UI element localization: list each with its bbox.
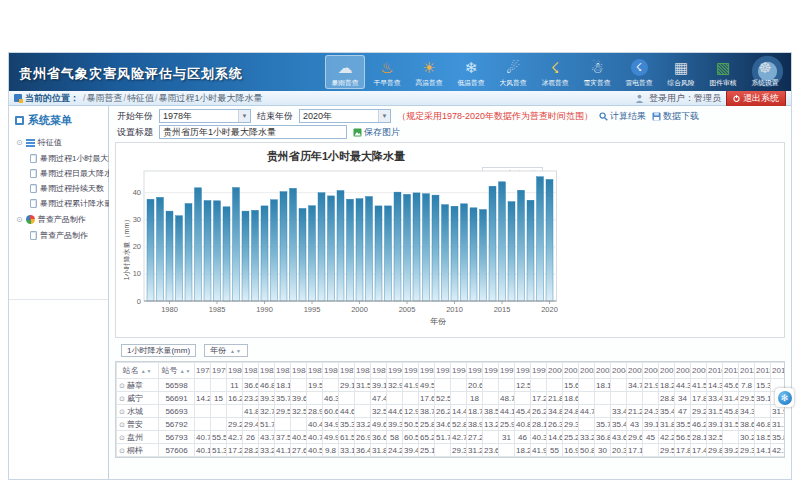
breadcrumb-segment[interactable]: 暴雨过程1小时最大降水量	[159, 93, 263, 103]
floating-widget[interactable]: ✻	[775, 388, 794, 407]
sidebar-item[interactable]: 暴雨过程持续天数	[9, 181, 108, 196]
column-header-year: 1997	[499, 363, 515, 379]
start-year-select[interactable]: 1978年▼	[159, 109, 251, 123]
value-cell	[403, 392, 419, 405]
bar-2003	[385, 206, 392, 301]
sidebar-group[interactable]: ⊙特征值	[9, 134, 108, 151]
sidebar-divider	[9, 299, 108, 300]
row-expand-icon[interactable]: ⊙	[119, 447, 125, 454]
value-cell: 31.5	[707, 405, 723, 418]
sidebar-item[interactable]: 暴雨过程1小时最大降水量	[9, 151, 108, 166]
main-toolbar: ☁暴雨普查♨干旱普查☀高温普查❄低温普查☄大风普查☇冰雹普查☃雪灾普查☇雷电普查…	[325, 55, 785, 89]
column-header-year: 2008	[675, 363, 691, 379]
sidebar-item[interactable]: 普查产品制作	[9, 228, 108, 243]
column-header-year: 1978	[195, 363, 211, 379]
value-cell: 28.8	[659, 392, 675, 405]
value-cell: 50.5	[403, 418, 419, 431]
toolbar-item-low-temp[interactable]: ❄低温普查	[451, 55, 491, 89]
sidebar-item[interactable]: 暴雨过程日最大降水量	[9, 166, 108, 181]
value-cell	[499, 379, 515, 392]
value-cell: 29.3	[451, 444, 467, 457]
toolbar-item-settings[interactable]: ☸系统设置	[745, 55, 785, 89]
toolbar-item-map-review[interactable]: ▧图件审核	[703, 55, 743, 89]
value-cell: 30	[595, 444, 611, 457]
value-cell: 29.5	[275, 405, 291, 418]
toolbar-item-drought[interactable]: ♨干旱普查	[367, 55, 407, 89]
logout-button[interactable]: 退出系统	[726, 90, 786, 107]
toolbar-item-rainstorm[interactable]: ☁暴雨普查	[325, 55, 365, 89]
value-cell: 33.2	[259, 444, 275, 457]
breadcrumb-segment[interactable]: 特征值	[127, 93, 154, 103]
collapse-icon[interactable]: ⊙	[16, 139, 23, 147]
sort-icons[interactable]: ▲▼	[141, 368, 153, 374]
value-cell: 18.2	[659, 379, 675, 392]
sort-icons[interactable]: ▲▼	[180, 368, 192, 374]
value-cell: 15	[211, 392, 227, 405]
column-header-station-id[interactable]: 站号 ▲▼	[159, 363, 195, 379]
value-cell: 19.5	[307, 379, 323, 392]
column-header-year: 1980	[227, 363, 243, 379]
value-cell	[755, 405, 771, 418]
row-expand-icon[interactable]: ⊙	[119, 408, 125, 415]
collapse-icon[interactable]: ⊙	[16, 216, 23, 224]
download-button[interactable]: 数据下载	[652, 110, 699, 123]
year-field-chip[interactable]: 年份 ▲▼	[204, 344, 248, 357]
value-cell: 55.5	[211, 431, 227, 444]
chevron-down-icon: ▼	[378, 110, 390, 122]
value-cell: 33.4	[611, 405, 627, 418]
chart-title: 贵州省历年1小时最大降水量	[116, 143, 556, 164]
document-icon	[30, 184, 37, 193]
breadcrumb-separator: /	[83, 93, 86, 103]
value-cell	[483, 392, 499, 405]
value-cell: 9.8	[323, 444, 339, 457]
value-cell	[451, 392, 467, 405]
toolbar-item-lightning[interactable]: ☇雷电普查	[619, 55, 659, 89]
row-expand-icon[interactable]: ⊙	[119, 421, 125, 428]
value-cell: 40.7	[307, 431, 323, 444]
toolbar-item-risk[interactable]: ▦综合风险	[661, 55, 701, 89]
chart-title-input[interactable]	[159, 125, 347, 139]
row-expand-icon[interactable]: ⊙	[119, 434, 125, 441]
value-cell	[499, 444, 515, 457]
value-cell: 26.9	[355, 431, 371, 444]
value-cell: 40.5	[291, 431, 307, 444]
toolbar-item-high-temp[interactable]: ☀高温普查	[409, 55, 449, 89]
save-image-button[interactable]: 保存图片	[353, 126, 400, 139]
value-cell	[227, 405, 243, 418]
toolbar-item-hail[interactable]: ☇冰雹普查	[535, 55, 575, 89]
sidebar-item[interactable]: 暴雨过程累计降水量	[9, 196, 108, 211]
query-form-row: 开始年份 1978年▼ 结束年份 2020年▼ （规定采用1978-2020年数…	[115, 108, 785, 124]
row-expand-icon[interactable]: ⊙	[119, 382, 125, 389]
y-tick-label: 20	[133, 242, 141, 251]
value-cell: 16.2	[227, 392, 243, 405]
station-id-cell: 56598	[159, 379, 195, 392]
station-id-cell: 57606	[159, 444, 195, 457]
breadcrumb-segment[interactable]: 暴雨普查	[87, 93, 123, 103]
chart-title-label: 设置标题	[117, 126, 153, 139]
value-cell	[643, 444, 659, 457]
toolbar-item-snow[interactable]: ☃雪灾普查	[577, 55, 617, 89]
value-cell: 18.2	[515, 444, 531, 457]
value-cell: 45	[643, 431, 659, 444]
value-cell: 21.2	[627, 405, 643, 418]
value-cell: 21.9	[643, 379, 659, 392]
end-year-select[interactable]: 2020年▼	[299, 109, 391, 123]
sort-icons[interactable]: ▲▼	[230, 348, 242, 354]
value-cell: 46	[515, 431, 531, 444]
column-header-year: 1986	[323, 363, 339, 379]
calculate-button[interactable]: 计算结果	[599, 110, 646, 123]
bar-1997	[328, 196, 335, 301]
bar-1978	[147, 199, 154, 301]
station-name-cell: ⊙水城	[117, 405, 159, 418]
x-tick-label: 2005	[399, 305, 416, 314]
value-cell: 44.6	[339, 405, 355, 418]
value-cell: 14.4	[451, 405, 467, 418]
column-header-year: 2012	[739, 363, 755, 379]
toolbar-item-wind[interactable]: ☄大风普查	[493, 55, 533, 89]
column-header-station-name[interactable]: 站名 ▲▼	[117, 363, 159, 379]
sidebar-group[interactable]: ⊙普查产品制作	[9, 211, 108, 228]
bar-2014	[489, 186, 496, 301]
measure-field-chip[interactable]: 1小时降水量(mm)	[121, 344, 196, 357]
value-cell: 52.5	[435, 392, 451, 405]
row-expand-icon[interactable]: ⊙	[119, 395, 125, 402]
